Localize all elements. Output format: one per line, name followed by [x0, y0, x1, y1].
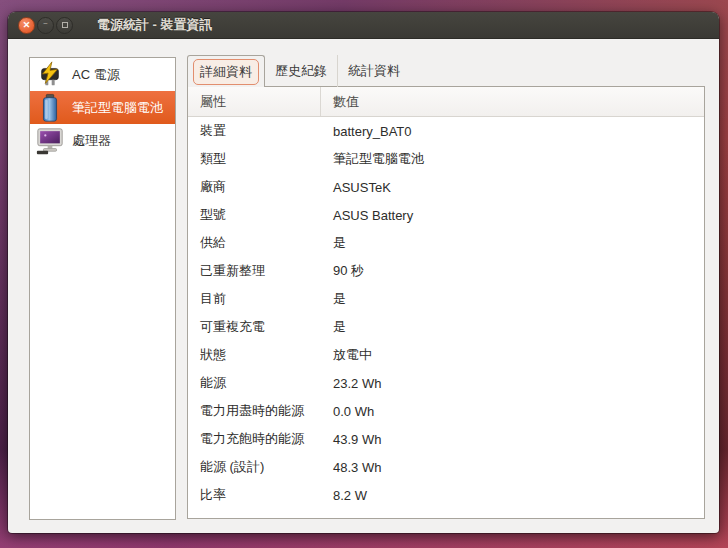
attribute-cell: 目前 [188, 285, 321, 313]
table-row[interactable]: 能源 23.2 Wh [188, 369, 704, 397]
sidebar-item-label: 筆記型電腦電池 [72, 99, 163, 117]
value-cell: battery_BAT0 [321, 117, 704, 145]
value-cell: 8.2 W [321, 481, 704, 509]
tab-statistics[interactable]: 統計資料 [337, 55, 410, 87]
table-row[interactable]: 目前 是 [188, 285, 704, 313]
attribute-cell: 已重新整理 [188, 257, 321, 285]
close-button[interactable]: ✕ [18, 17, 35, 34]
attribute-cell: 供給 [188, 229, 321, 257]
tab-history[interactable]: 歷史紀錄 [265, 55, 337, 87]
sidebar-item-label: AC 電源 [72, 66, 120, 84]
attribute-cell: 能源 (設計) [188, 453, 321, 481]
value-cell: 放電中 [321, 341, 704, 369]
attribute-cell: 類型 [188, 145, 321, 173]
tab-bar: 詳細資料 歷史紀錄 統計資料 [187, 55, 705, 87]
tab-statistics-label: 統計資料 [348, 62, 400, 80]
minimize-button[interactable]: − [37, 17, 54, 34]
table-row[interactable]: 比率 8.2 W [188, 481, 704, 509]
device-list: AC 電源 筆記型電腦電池 [29, 57, 176, 520]
sidebar-item-laptop-battery[interactable]: 筆記型電腦電池 [30, 91, 175, 124]
titlebar: ✕ − 電源統計 - 裝置資訊 [8, 12, 719, 39]
attribute-cell: 電力用盡時的能源 [188, 397, 321, 425]
attribute-cell: 電力充飽時的能源 [188, 425, 321, 453]
tab-details[interactable]: 詳細資料 [187, 55, 265, 87]
table-body: 裝置 battery_BAT0 類型 筆記型電腦電池 廠商 ASUSTeK 型號… [188, 117, 704, 509]
close-icon: ✕ [23, 20, 31, 29]
sidebar-item-processor[interactable]: 處理器 [30, 124, 175, 157]
value-cell: 90 秒 [321, 257, 704, 285]
value-cell: 筆記型電腦電池 [321, 145, 704, 173]
attribute-cell: 能源 [188, 369, 321, 397]
value-cell: 48.3 Wh [321, 453, 704, 481]
laptop-battery-icon [35, 93, 65, 123]
attribute-cell: 狀態 [188, 341, 321, 369]
table-row[interactable]: 裝置 battery_BAT0 [188, 117, 704, 145]
sidebar-item-ac-power[interactable]: AC 電源 [30, 58, 175, 91]
window-title: 電源統計 - 裝置資訊 [97, 16, 213, 34]
table-row[interactable]: 廠商 ASUSTeK [188, 173, 704, 201]
maximize-button[interactable] [56, 17, 73, 34]
details-frame: 屬性 數值 裝置 battery_BAT0 類型 筆記型電腦電池 廠商 ASUS… [187, 86, 705, 519]
minimize-icon: − [43, 20, 48, 28]
details-notebook: 詳細資料 歷史紀錄 統計資料 屬性 數值 裝置 battery_BAT0 類型 [187, 55, 705, 519]
table-row[interactable]: 狀態 放電中 [188, 341, 704, 369]
value-cell: 43.9 Wh [321, 425, 704, 453]
value-cell: ASUS Battery [321, 201, 704, 229]
table-row[interactable]: 電力用盡時的能源 0.0 Wh [188, 397, 704, 425]
attribute-cell: 可重複充電 [188, 313, 321, 341]
table-header: 屬性 數值 [188, 87, 704, 117]
value-cell: ASUSTeK [321, 173, 704, 201]
power-statistics-window: ✕ − 電源統計 - 裝置資訊 AC 電源 [8, 12, 719, 533]
column-header-attribute[interactable]: 屬性 [188, 87, 321, 116]
value-cell: 是 [321, 285, 704, 313]
tab-details-label: 詳細資料 [193, 59, 259, 85]
attribute-cell: 比率 [188, 481, 321, 509]
table-row[interactable]: 能源 (設計) 48.3 Wh [188, 453, 704, 481]
table-row[interactable]: 型號 ASUS Battery [188, 201, 704, 229]
column-header-value[interactable]: 數值 [321, 87, 704, 116]
tab-history-label: 歷史紀錄 [275, 62, 327, 80]
value-cell: 0.0 Wh [321, 397, 704, 425]
attribute-cell: 型號 [188, 201, 321, 229]
processor-icon [35, 126, 65, 156]
value-cell: 是 [321, 229, 704, 257]
attribute-cell: 廠商 [188, 173, 321, 201]
table-row[interactable]: 類型 筆記型電腦電池 [188, 145, 704, 173]
sidebar-item-label: 處理器 [72, 132, 111, 150]
table-row[interactable]: 可重複充電 是 [188, 313, 704, 341]
table-row[interactable]: 供給 是 [188, 229, 704, 257]
maximize-icon [62, 22, 68, 28]
table-row[interactable]: 電力充飽時的能源 43.9 Wh [188, 425, 704, 453]
value-cell: 是 [321, 313, 704, 341]
value-cell: 23.2 Wh [321, 369, 704, 397]
ac-power-icon [35, 60, 65, 90]
attribute-cell: 裝置 [188, 117, 321, 145]
table-row[interactable]: 已重新整理 90 秒 [188, 257, 704, 285]
